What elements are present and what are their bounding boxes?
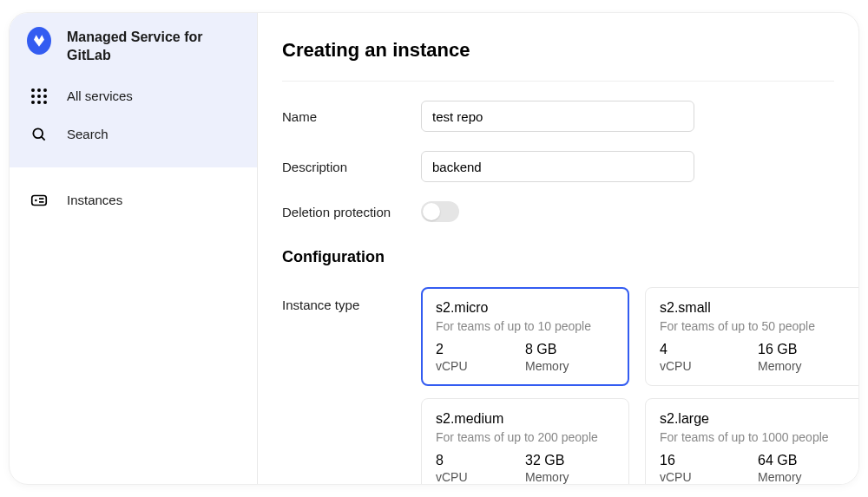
spec-value: 4 <box>660 342 758 357</box>
description-input[interactable] <box>421 151 694 182</box>
sidebar-top: Managed Service for GitLab All services … <box>10 13 257 167</box>
toggle-knob <box>423 203 440 220</box>
spec-memory: 64 GBMemory <box>758 453 856 484</box>
page-title: Creating an instance <box>282 39 834 82</box>
sidebar-item-instances[interactable]: Instances <box>27 181 240 219</box>
spec-value: 16 <box>660 453 758 468</box>
card-subtitle: For teams of up to 50 people <box>660 316 856 333</box>
spec-label: vCPU <box>436 468 525 484</box>
instances-icon <box>27 188 51 213</box>
sidebar-item-search[interactable]: Search <box>27 115 240 154</box>
instance-type-card[interactable]: s2.microFor teams of up to 10 people2vCP… <box>421 287 629 386</box>
spec-vcpu: 8vCPU <box>436 453 525 484</box>
spec-value: 64 GB <box>758 453 856 468</box>
card-title: s2.large <box>660 411 856 427</box>
svg-point-3 <box>35 199 37 201</box>
card-specs: 16vCPU64 GBMemory <box>660 444 856 484</box>
protection-toggle[interactable] <box>421 201 459 222</box>
spec-vcpu: 2vCPU <box>436 342 525 373</box>
spec-label: Memory <box>758 468 856 484</box>
instance-type-card[interactable]: s2.smallFor teams of up to 50 people4vCP… <box>645 287 858 386</box>
card-title: s2.medium <box>436 411 615 427</box>
spec-label: Memory <box>758 357 856 373</box>
spec-vcpu: 16vCPU <box>660 453 758 484</box>
sidebar-item-all-services[interactable]: All services <box>27 77 240 115</box>
svg-rect-2 <box>32 195 47 205</box>
name-input[interactable] <box>421 101 694 132</box>
row-description: Description <box>282 132 834 182</box>
spec-label: vCPU <box>436 357 525 373</box>
main-content: Creating an instance Name Description De… <box>258 13 858 484</box>
card-specs: 4vCPU16 GBMemory <box>660 333 856 373</box>
sidebar-heading-label: Managed Service for GitLab <box>67 29 240 65</box>
spec-vcpu: 4vCPU <box>660 342 758 373</box>
app-window: Managed Service for GitLab All services … <box>9 12 859 485</box>
instance-type-card[interactable]: s2.largeFor teams of up to 1000 people16… <box>645 398 858 484</box>
card-subtitle: For teams of up to 200 people <box>436 427 615 444</box>
spec-label: Memory <box>525 357 615 373</box>
spec-memory: 16 GBMemory <box>758 342 856 373</box>
search-icon <box>27 122 51 147</box>
protection-label: Deletion protection <box>282 205 421 219</box>
grid-icon <box>27 84 51 108</box>
description-label: Description <box>282 160 421 174</box>
spec-label: vCPU <box>660 357 758 373</box>
card-subtitle: For teams of up to 10 people <box>436 316 615 333</box>
spec-value: 16 GB <box>758 342 856 357</box>
spec-label: vCPU <box>660 468 758 484</box>
sidebar-item-label: All services <box>67 88 133 103</box>
svg-line-1 <box>42 136 45 140</box>
spec-memory: 8 GBMemory <box>525 342 615 373</box>
spec-memory: 32 GBMemory <box>525 453 615 484</box>
row-protection: Deletion protection <box>282 182 834 222</box>
card-specs: 2vCPU8 GBMemory <box>436 333 615 373</box>
sidebar-bottom: Instances <box>10 167 257 233</box>
spec-value: 2 <box>436 342 525 357</box>
spec-value: 32 GB <box>525 453 615 468</box>
card-title: s2.small <box>660 300 856 316</box>
card-subtitle: For teams of up to 1000 people <box>660 427 856 444</box>
card-title: s2.micro <box>436 300 615 316</box>
instance-type-card[interactable]: s2.mediumFor teams of up to 200 people8v… <box>421 398 629 484</box>
name-label: Name <box>282 109 421 124</box>
spec-label: Memory <box>525 468 615 484</box>
instance-type-cards: s2.microFor teams of up to 10 people2vCP… <box>421 285 858 484</box>
card-specs: 8vCPU32 GBMemory <box>436 444 615 484</box>
sidebar-heading: Managed Service for GitLab <box>27 29 240 77</box>
sidebar: Managed Service for GitLab All services … <box>10 13 258 484</box>
sidebar-item-label: Search <box>67 127 108 141</box>
gitlab-logo-icon <box>27 29 51 53</box>
row-instance-type: Instance type s2.microFor teams of up to… <box>282 266 834 484</box>
instance-type-label: Instance type <box>282 285 421 312</box>
svg-point-0 <box>33 128 43 138</box>
configuration-heading: Configuration <box>282 222 834 266</box>
row-name: Name <box>282 82 834 132</box>
sidebar-item-label: Instances <box>67 193 122 207</box>
spec-value: 8 GB <box>525 342 615 357</box>
spec-value: 8 <box>436 453 525 468</box>
